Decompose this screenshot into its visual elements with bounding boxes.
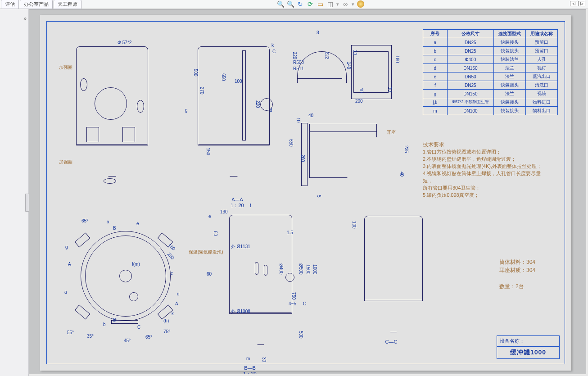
dim-140: 140 — [346, 62, 351, 69]
window-controls: ◁ ▷ — [570, 1, 585, 6]
cell: d — [423, 64, 447, 72]
cell: Φ57*2 不锈钢卫生管 — [447, 98, 493, 107]
subwin-prev-icon[interactable]: ◁ — [570, 1, 577, 6]
th-id: 序号 — [423, 30, 447, 38]
th-use: 用途或名称 — [526, 30, 558, 38]
letter-e: e — [136, 221, 139, 226]
cell: DN25 — [447, 38, 493, 47]
letter-g2: g — [65, 245, 68, 249]
notes-title: 技术要求 — [423, 141, 549, 149]
view-lug-detail — [292, 114, 405, 199]
subwin-next-icon[interactable]: ▷ — [578, 1, 585, 6]
cell: 蒸汽出口 — [526, 72, 558, 81]
dim-150: 150 — [206, 148, 211, 155]
technical-notes: 技术要求 1.管口方位按俯视图或者位置详图； 2.不锈钢内壁焊缝磨平，角焊缝圆滑… — [423, 141, 549, 199]
dim-ang45: 45° — [124, 338, 131, 343]
dim-10b: 10 — [359, 88, 364, 93]
note-item: 1.管口方位按俯视图或者位置详图； — [423, 149, 549, 156]
cell: 快装接头 — [494, 98, 526, 107]
letter-b: b — [103, 322, 106, 327]
dim-od500: Ø500 — [299, 263, 303, 274]
dim-650: 650 — [221, 73, 226, 81]
dim-10d: 10 — [296, 118, 301, 122]
quantity: 数量：2台 — [499, 282, 535, 290]
tab-engineer[interactable]: 天工程师 — [54, 0, 81, 9]
letter-B2: B — [113, 317, 116, 322]
tab-office[interactable]: 办公室产品 — [20, 0, 53, 9]
dim-r503: R503 — [293, 60, 304, 65]
drawing-viewport[interactable]: 序号 公称尺寸 连接面型式 用途或名称 aDN25快装接头预留口 bDN25快装… — [29, 9, 586, 374]
note-item: 4.视镜和视灯贴在筒体壁上焊接，人孔管口长度要尽量短， — [423, 170, 549, 185]
letter-c: c — [171, 271, 173, 276]
dim-5: 5 — [317, 195, 321, 198]
cell: DN150 — [447, 90, 493, 98]
cell: c — [423, 55, 447, 64]
letter-h: (h) — [163, 318, 169, 323]
cell: e — [423, 72, 447, 81]
cell: 快装接头 — [494, 107, 526, 115]
cell: DN100 — [447, 107, 493, 115]
cell: b — [423, 47, 447, 55]
tab-eval[interactable]: 评估 — [1, 0, 19, 9]
chain-icon[interactable]: ∞ — [342, 0, 349, 8]
dim-r511: R511 — [293, 66, 304, 71]
dim-ang55: 55° — [67, 330, 74, 335]
ports-table: 序号 公称尺寸 连接面型式 用途或名称 aDN25快装接头预留口 bDN25快装… — [423, 29, 558, 115]
dim-100: 100 — [235, 79, 242, 84]
letter-a2: a — [107, 219, 109, 224]
sec-aa-name: A—A — [228, 197, 246, 202]
note-item: 3.内表面整体镜面抛光处理(4K),外表面整体拉丝处理； — [423, 163, 549, 170]
dim-pipe-spec: Φ 57*2 — [118, 40, 131, 45]
cell: 人孔 — [526, 55, 558, 64]
table-row: cΦ400快装法兰人孔 — [423, 55, 557, 64]
dim-od1008: 外 Ø1008 — [231, 308, 250, 315]
th-size: 公称尺寸 — [447, 30, 493, 38]
material-body: 筒体材料：304 — [499, 258, 535, 266]
bulb-icon[interactable] — [357, 0, 364, 8]
view-top-plan — [63, 217, 193, 353]
cell: g — [423, 90, 447, 98]
table-row: gDN150法兰视镜 — [423, 90, 557, 98]
refresh-icon[interactable]: ⟳ — [307, 0, 314, 8]
table-row: mDN100快装接头物料出口 — [423, 107, 557, 115]
letter-a: a — [64, 290, 67, 294]
letter-B: B — [113, 226, 116, 231]
dim-235: 235 — [404, 145, 409, 153]
dim-100c: 100 — [352, 221, 357, 229]
letter-m: m — [246, 356, 250, 361]
note-item: 2.不锈钢内壁焊缝磨平，角焊缝圆滑过渡； — [423, 156, 549, 163]
dim-40: 40 — [308, 113, 313, 118]
zoom-in-icon[interactable]: 🔍 — [277, 0, 284, 8]
dim-ang35: 35° — [87, 334, 94, 339]
letter-A2: A — [175, 301, 178, 306]
cell: 视镜 — [526, 90, 558, 98]
cube-icon[interactable]: ◫ — [326, 0, 334, 8]
cell: Φ400 — [447, 55, 493, 64]
zoom-box-icon[interactable]: 🔍 — [287, 0, 294, 8]
dim-40b: 40 — [399, 172, 404, 177]
dim-1_5: 1.5 — [287, 230, 293, 235]
cell: a — [423, 38, 447, 47]
sec-bb-name: B—B — [241, 365, 259, 371]
table-row: eDN50法兰蒸汽出口 — [423, 72, 557, 81]
equipment-name: 缓冲罐1000 — [497, 346, 559, 358]
letter-k: k — [271, 43, 274, 48]
annotation-lug: 耳座 — [387, 129, 396, 136]
letter-e2: e — [208, 214, 211, 219]
dim-500: 500 — [193, 69, 198, 77]
sep2: ▾ — [352, 1, 354, 7]
letter-f: f — [250, 203, 251, 208]
collapse-chevron-icon[interactable]: » — [23, 15, 27, 22]
letter-d2: d — [177, 291, 180, 296]
dim-222: 222 — [325, 52, 330, 59]
cell: 预留口 — [526, 38, 558, 47]
section-icon[interactable]: ▭ — [317, 0, 324, 8]
th-face: 连接面型式 — [494, 30, 526, 38]
cell: DN50 — [447, 72, 493, 81]
rotate-icon[interactable]: ↻ — [297, 0, 304, 8]
dim-ang65b: 65° — [145, 335, 152, 340]
dim-1000: 1000 — [312, 264, 317, 274]
dim-od1131: 外 Ø1131 — [231, 244, 250, 250]
dim-30: 30 — [262, 357, 267, 362]
dim-ang65: 65° — [81, 218, 88, 223]
